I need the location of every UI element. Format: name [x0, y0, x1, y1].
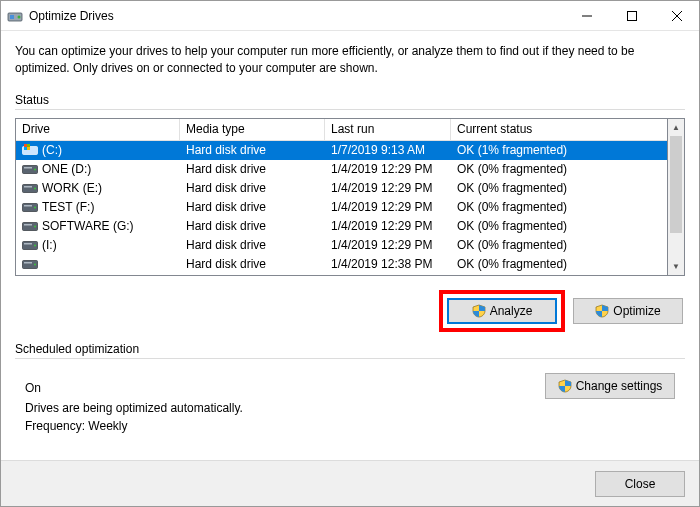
cell-drive	[16, 258, 180, 270]
drive-name: ONE (D:)	[42, 162, 91, 176]
cell-last-run: 1/4/2019 12:38 PM	[325, 257, 451, 271]
cell-media: Hard disk drive	[180, 200, 325, 214]
drives-table[interactable]: Drive Media type Last run Current status…	[15, 118, 668, 276]
col-status[interactable]: Current status	[451, 119, 667, 140]
drive-icon	[22, 201, 38, 213]
scroll-down-button[interactable]: ▼	[668, 258, 684, 275]
analyze-button[interactable]: Analyze	[447, 298, 557, 324]
table-row[interactable]: ONE (D:)Hard disk drive1/4/2019 12:29 PM…	[16, 160, 667, 179]
drive-name: (C:)	[42, 143, 62, 157]
cell-drive: TEST (F:)	[16, 200, 180, 214]
table-row[interactable]: Hard disk drive1/4/2019 12:38 PMOK (0% f…	[16, 255, 667, 274]
drive-windows-icon	[22, 144, 38, 156]
svg-point-22	[34, 207, 36, 209]
svg-rect-27	[24, 243, 32, 245]
svg-rect-12	[24, 147, 27, 150]
drive-name: (I:)	[42, 238, 57, 252]
svg-rect-24	[24, 224, 32, 226]
svg-rect-18	[24, 186, 32, 188]
svg-rect-4	[627, 11, 636, 20]
cell-status: OK (0% fragmented)	[451, 181, 667, 195]
svg-rect-1	[10, 15, 14, 19]
table-row[interactable]: (I:)Hard disk drive1/4/2019 12:29 PMOK (…	[16, 236, 667, 255]
drive-icon	[22, 163, 38, 175]
cell-media: Hard disk drive	[180, 181, 325, 195]
svg-point-31	[34, 264, 36, 266]
svg-point-28	[34, 245, 36, 247]
svg-rect-11	[27, 144, 30, 147]
close-button[interactable]: Close	[595, 471, 685, 497]
vertical-scrollbar[interactable]: ▲ ▼	[668, 118, 685, 276]
window-title: Optimize Drives	[29, 9, 114, 23]
svg-rect-13	[27, 147, 30, 150]
app-icon	[7, 8, 23, 24]
cell-status: OK (0% fragmented)	[451, 200, 667, 214]
cell-status: OK (1% fragmented)	[451, 143, 667, 157]
schedule-desc: Drives are being optimized automatically…	[25, 401, 243, 415]
cell-last-run: 1/4/2019 12:29 PM	[325, 238, 451, 252]
divider	[15, 109, 685, 110]
cell-drive: WORK (E:)	[16, 181, 180, 195]
cell-status: OK (0% fragmented)	[451, 219, 667, 233]
col-media[interactable]: Media type	[180, 119, 325, 140]
analyze-label: Analyze	[490, 304, 533, 318]
divider	[15, 358, 685, 359]
change-settings-label: Change settings	[576, 379, 663, 393]
content-area: You can optimize your drives to help you…	[1, 31, 699, 459]
drive-icon	[22, 182, 38, 194]
minimize-button[interactable]	[564, 1, 609, 31]
cell-last-run: 1/4/2019 12:29 PM	[325, 181, 451, 195]
col-drive[interactable]: Drive	[16, 119, 180, 140]
optimize-button[interactable]: Optimize	[573, 298, 683, 324]
analyze-highlight: Analyze	[439, 290, 565, 332]
drive-name: SOFTWARE (G:)	[42, 219, 134, 233]
cell-last-run: 1/4/2019 12:29 PM	[325, 162, 451, 176]
close-window-button[interactable]	[654, 1, 699, 31]
cell-status: OK (0% fragmented)	[451, 238, 667, 252]
close-label: Close	[625, 477, 656, 491]
schedule-state: On	[25, 381, 243, 395]
cell-status: OK (0% fragmented)	[451, 257, 667, 271]
cell-last-run: 1/4/2019 12:29 PM	[325, 200, 451, 214]
svg-rect-30	[24, 262, 32, 264]
cell-drive: (I:)	[16, 238, 180, 252]
cell-media: Hard disk drive	[180, 238, 325, 252]
scheduled-section-label: Scheduled optimization	[15, 342, 685, 356]
svg-point-19	[34, 188, 36, 190]
scroll-up-button[interactable]: ▲	[668, 119, 684, 136]
table-row[interactable]: WORK (E:)Hard disk drive1/4/2019 12:29 P…	[16, 179, 667, 198]
maximize-button[interactable]	[609, 1, 654, 31]
svg-point-16	[34, 169, 36, 171]
drive-name: TEST (F:)	[42, 200, 94, 214]
svg-rect-21	[24, 205, 32, 207]
col-last[interactable]: Last run	[325, 119, 451, 140]
dialog-footer: Close	[1, 460, 699, 506]
titlebar: Optimize Drives	[1, 1, 699, 31]
svg-rect-15	[24, 167, 32, 169]
scroll-track[interactable]	[668, 136, 684, 258]
cell-media: Hard disk drive	[180, 257, 325, 271]
svg-point-2	[18, 15, 21, 18]
drive-icon	[22, 239, 38, 251]
uac-shield-icon	[558, 379, 572, 393]
table-row[interactable]: SOFTWARE (G:)Hard disk drive1/4/2019 12:…	[16, 217, 667, 236]
cell-drive: ONE (D:)	[16, 162, 180, 176]
uac-shield-icon	[595, 304, 609, 318]
change-settings-button[interactable]: Change settings	[545, 373, 675, 399]
description-text: You can optimize your drives to help you…	[15, 43, 685, 77]
cell-last-run: 1/7/2019 9:13 AM	[325, 143, 451, 157]
table-row[interactable]: TEST (F:)Hard disk drive1/4/2019 12:29 P…	[16, 198, 667, 217]
drive-icon	[22, 220, 38, 232]
optimize-label: Optimize	[613, 304, 660, 318]
scroll-thumb[interactable]	[670, 136, 682, 234]
cell-last-run: 1/4/2019 12:29 PM	[325, 219, 451, 233]
svg-point-25	[34, 226, 36, 228]
cell-drive: SOFTWARE (G:)	[16, 219, 180, 233]
cell-media: Hard disk drive	[180, 219, 325, 233]
cell-status: OK (0% fragmented)	[451, 162, 667, 176]
table-row[interactable]: (C:)Hard disk drive1/7/2019 9:13 AMOK (1…	[16, 141, 667, 160]
uac-shield-icon	[472, 304, 486, 318]
cell-media: Hard disk drive	[180, 143, 325, 157]
svg-rect-10	[24, 144, 27, 147]
drive-icon	[22, 258, 38, 270]
